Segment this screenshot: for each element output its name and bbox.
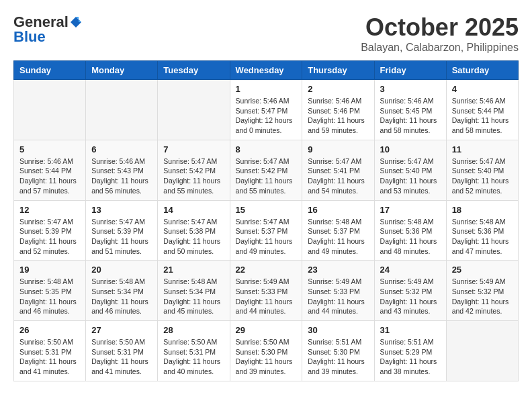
day-number: 21 <box>163 265 224 275</box>
calendar-cell: 4Sunrise: 5:46 AMSunset: 5:44 PMDaylight… <box>446 80 518 140</box>
day-number: 13 <box>91 205 152 215</box>
day-info: Sunrise: 5:49 AMSunset: 5:32 PMDaylight:… <box>452 277 513 316</box>
calendar-cell: 29Sunrise: 5:50 AMSunset: 5:30 PMDayligh… <box>230 321 302 381</box>
day-info: Sunrise: 5:48 AMSunset: 5:34 PMDaylight:… <box>91 277 152 316</box>
calendar-cell: 19Sunrise: 5:48 AMSunset: 5:35 PMDayligh… <box>14 261 86 321</box>
calendar-cell: 27Sunrise: 5:50 AMSunset: 5:31 PMDayligh… <box>86 321 158 381</box>
calendar-cell: 25Sunrise: 5:49 AMSunset: 5:32 PMDayligh… <box>446 261 518 321</box>
day-info: Sunrise: 5:47 AMSunset: 5:42 PMDaylight:… <box>163 156 224 196</box>
calendar-cell: 26Sunrise: 5:50 AMSunset: 5:31 PMDayligh… <box>14 321 86 381</box>
location-subtitle: Balayan, Calabarzon, Philippines <box>361 42 519 54</box>
day-number: 24 <box>380 265 441 275</box>
day-number: 15 <box>236 205 297 215</box>
day-info: Sunrise: 5:47 AMSunset: 5:41 PMDaylight:… <box>308 156 368 196</box>
day-info: Sunrise: 5:49 AMSunset: 5:32 PMDaylight:… <box>380 277 441 316</box>
day-number: 1 <box>236 84 297 94</box>
day-number: 11 <box>452 144 513 154</box>
day-number: 25 <box>452 265 513 275</box>
calendar-cell: 21Sunrise: 5:48 AMSunset: 5:34 PMDayligh… <box>158 261 230 321</box>
calendar-cell: 2Sunrise: 5:46 AMSunset: 5:46 PMDaylight… <box>302 80 374 140</box>
day-number: 14 <box>163 205 224 215</box>
calendar-cell: 11Sunrise: 5:47 AMSunset: 5:40 PMDayligh… <box>446 140 518 200</box>
day-info: Sunrise: 5:50 AMSunset: 5:30 PMDaylight:… <box>236 337 297 377</box>
day-info: Sunrise: 5:47 AMSunset: 5:39 PMDaylight:… <box>19 217 80 257</box>
day-number: 29 <box>236 325 297 335</box>
day-number: 4 <box>452 84 513 94</box>
calendar-cell: 8Sunrise: 5:47 AMSunset: 5:42 PMDaylight… <box>230 140 302 200</box>
day-info: Sunrise: 5:49 AMSunset: 5:33 PMDaylight:… <box>236 277 297 316</box>
day-info: Sunrise: 5:51 AMSunset: 5:30 PMDaylight:… <box>308 337 368 377</box>
day-number: 10 <box>380 144 441 154</box>
day-info: Sunrise: 5:47 AMSunset: 5:38 PMDaylight:… <box>163 217 224 257</box>
day-number: 8 <box>236 144 297 154</box>
calendar-cell: 9Sunrise: 5:47 AMSunset: 5:41 PMDaylight… <box>302 140 374 200</box>
day-number: 28 <box>163 325 224 335</box>
day-info: Sunrise: 5:47 AMSunset: 5:42 PMDaylight:… <box>236 156 297 196</box>
day-info: Sunrise: 5:50 AMSunset: 5:31 PMDaylight:… <box>19 337 80 377</box>
day-info: Sunrise: 5:47 AMSunset: 5:37 PMDaylight:… <box>236 217 297 257</box>
weekday-header-sunday: Sunday <box>14 61 86 80</box>
calendar-cell: 5Sunrise: 5:46 AMSunset: 5:44 PMDaylight… <box>14 140 86 200</box>
day-info: Sunrise: 5:46 AMSunset: 5:44 PMDaylight:… <box>452 96 513 136</box>
weekday-header-row: SundayMondayTuesdayWednesdayThursdayFrid… <box>14 61 519 80</box>
day-number: 30 <box>308 325 368 335</box>
logo-blue: Blue <box>13 28 46 46</box>
day-info: Sunrise: 5:48 AMSunset: 5:35 PMDaylight:… <box>19 277 80 316</box>
day-number: 23 <box>308 265 368 275</box>
calendar-cell: 16Sunrise: 5:48 AMSunset: 5:37 PMDayligh… <box>302 200 374 261</box>
day-number: 19 <box>19 265 80 275</box>
calendar-cell: 6Sunrise: 5:46 AMSunset: 5:43 PMDaylight… <box>86 140 158 200</box>
calendar-cell <box>446 321 518 381</box>
day-info: Sunrise: 5:49 AMSunset: 5:33 PMDaylight:… <box>308 277 368 316</box>
calendar-week-row: 1Sunrise: 5:46 AMSunset: 5:47 PMDaylight… <box>14 80 519 140</box>
calendar-cell: 28Sunrise: 5:50 AMSunset: 5:31 PMDayligh… <box>158 321 230 381</box>
calendar-cell: 10Sunrise: 5:47 AMSunset: 5:40 PMDayligh… <box>374 140 446 200</box>
calendar-cell: 18Sunrise: 5:48 AMSunset: 5:36 PMDayligh… <box>446 200 518 261</box>
day-info: Sunrise: 5:46 AMSunset: 5:43 PMDaylight:… <box>91 156 152 196</box>
calendar-week-row: 19Sunrise: 5:48 AMSunset: 5:35 PMDayligh… <box>14 261 519 321</box>
day-number: 27 <box>91 325 152 335</box>
calendar-table: SundayMondayTuesdayWednesdayThursdayFrid… <box>13 60 519 381</box>
day-info: Sunrise: 5:47 AMSunset: 5:39 PMDaylight:… <box>91 217 152 257</box>
calendar-cell: 24Sunrise: 5:49 AMSunset: 5:32 PMDayligh… <box>374 261 446 321</box>
calendar-cell: 14Sunrise: 5:47 AMSunset: 5:38 PMDayligh… <box>158 200 230 261</box>
day-number: 22 <box>236 265 297 275</box>
day-number: 18 <box>452 205 513 215</box>
day-info: Sunrise: 5:46 AMSunset: 5:44 PMDaylight:… <box>19 156 80 196</box>
calendar-cell: 30Sunrise: 5:51 AMSunset: 5:30 PMDayligh… <box>302 321 374 381</box>
day-number: 26 <box>19 325 80 335</box>
day-info: Sunrise: 5:46 AMSunset: 5:45 PMDaylight:… <box>380 96 441 136</box>
logo: General Blue <box>13 13 83 46</box>
day-info: Sunrise: 5:46 AMSunset: 5:46 PMDaylight:… <box>308 96 368 136</box>
calendar-cell <box>14 80 86 140</box>
day-info: Sunrise: 5:48 AMSunset: 5:36 PMDaylight:… <box>380 217 441 257</box>
calendar-cell: 3Sunrise: 5:46 AMSunset: 5:45 PMDaylight… <box>374 80 446 140</box>
day-number: 16 <box>308 205 368 215</box>
calendar-cell: 23Sunrise: 5:49 AMSunset: 5:33 PMDayligh… <box>302 261 374 321</box>
day-number: 9 <box>308 144 368 154</box>
logo-icon <box>69 15 83 29</box>
title-block: October 2025 Balayan, Calabarzon, Philip… <box>361 13 519 54</box>
day-number: 6 <box>91 144 152 154</box>
calendar-cell: 20Sunrise: 5:48 AMSunset: 5:34 PMDayligh… <box>86 261 158 321</box>
day-number: 3 <box>380 84 441 94</box>
calendar-cell: 1Sunrise: 5:46 AMSunset: 5:47 PMDaylight… <box>230 80 302 140</box>
weekday-header-saturday: Saturday <box>446 61 518 80</box>
calendar-cell: 22Sunrise: 5:49 AMSunset: 5:33 PMDayligh… <box>230 261 302 321</box>
weekday-header-wednesday: Wednesday <box>230 61 302 80</box>
day-info: Sunrise: 5:48 AMSunset: 5:36 PMDaylight:… <box>452 217 513 257</box>
day-number: 7 <box>163 144 224 154</box>
calendar-cell: 7Sunrise: 5:47 AMSunset: 5:42 PMDaylight… <box>158 140 230 200</box>
day-info: Sunrise: 5:48 AMSunset: 5:37 PMDaylight:… <box>308 217 368 257</box>
calendar-cell: 15Sunrise: 5:47 AMSunset: 5:37 PMDayligh… <box>230 200 302 261</box>
calendar-cell: 31Sunrise: 5:51 AMSunset: 5:29 PMDayligh… <box>374 321 446 381</box>
day-info: Sunrise: 5:46 AMSunset: 5:47 PMDaylight:… <box>236 96 297 136</box>
day-info: Sunrise: 5:47 AMSunset: 5:40 PMDaylight:… <box>452 156 513 196</box>
page-header: General Blue October 2025 Balayan, Calab… <box>13 13 519 54</box>
weekday-header-friday: Friday <box>374 61 446 80</box>
day-number: 20 <box>91 265 152 275</box>
calendar-cell <box>86 80 158 140</box>
calendar-week-row: 5Sunrise: 5:46 AMSunset: 5:44 PMDaylight… <box>14 140 519 200</box>
calendar-cell <box>158 80 230 140</box>
day-number: 2 <box>308 84 368 94</box>
